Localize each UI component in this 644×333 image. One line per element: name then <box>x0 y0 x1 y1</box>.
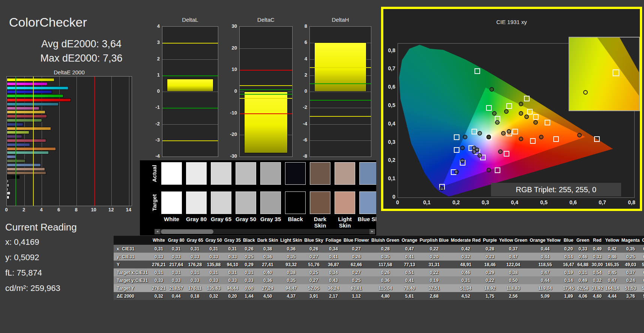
table-cell: 32,51 <box>419 284 450 292</box>
swatch-scroll-left-button[interactable]: ◄ <box>155 229 160 234</box>
table-cell: 62,58 <box>575 284 591 292</box>
table-cell: 0,33 <box>167 253 186 261</box>
actual-swatch-gray-80[interactable] <box>186 162 207 185</box>
table-cell: 0,33 <box>204 253 223 261</box>
deltaC-ref-green <box>240 94 292 95</box>
table-cell: 0,28 <box>370 245 401 253</box>
actual-swatch-blue-sky[interactable] <box>359 162 376 185</box>
table-cell: 0,31 <box>204 245 223 253</box>
table-cell: 51,86 <box>641 284 644 292</box>
actual-swatch-gray-35[interactable] <box>260 162 281 185</box>
table-cell: 0,38 <box>279 268 303 276</box>
table-cell: 0,19 <box>419 276 450 284</box>
deltaH-tick-label: -2 <box>294 104 307 110</box>
table-cell: 0,31 <box>167 245 186 253</box>
deltaH-ref-yellow <box>310 116 371 117</box>
table-cell: 27,41 <box>256 261 279 268</box>
cie-measured-marker <box>460 146 465 150</box>
deltaL-ref-yellow <box>162 140 218 141</box>
deltae-axis-label: 4 <box>37 207 46 212</box>
table-cell: 0,25 <box>342 276 370 284</box>
table-cell: 1,89 <box>562 292 575 300</box>
swatch-scroll-right-button[interactable]: ► <box>369 229 375 234</box>
actual-swatch-light-skin[interactable] <box>335 162 355 185</box>
cie-y-tick-label: 0,8 <box>385 47 395 53</box>
table-cell: 0,22 <box>641 245 644 253</box>
deltae-axis-label: 12 <box>107 207 116 212</box>
table-cell: 0,26 <box>303 245 324 253</box>
table-cell: 64,88 <box>575 261 591 268</box>
target-swatch-gray-35[interactable] <box>260 191 281 214</box>
deltaL-tick-label: 2 <box>147 56 160 62</box>
table-column-header: Yellow Green <box>498 236 528 245</box>
table-cell: 0,31 <box>575 268 591 276</box>
deltaL-tick-label: 1 <box>147 72 160 78</box>
table-cell: 2,17 <box>324 292 342 300</box>
table-cell: 0,47 <box>498 253 528 261</box>
table-cell: 0,33 <box>186 276 204 284</box>
reading-value: x: 0,4169 <box>5 237 60 247</box>
table-row-label: Y <box>114 261 151 268</box>
deltaH-tick-label: 4 <box>294 56 307 62</box>
target-swatch-black[interactable] <box>285 191 306 214</box>
deltae-axis-label: 10 <box>89 207 98 212</box>
actual-swatch-gray-65[interactable] <box>211 162 231 185</box>
target-swatch-gray-80[interactable] <box>186 191 207 214</box>
table-cell: 135,88 <box>204 261 223 268</box>
deltaH-tick-label: 6 <box>294 39 307 45</box>
cie-x-tick-label: 0,3 <box>480 199 491 205</box>
table-cell: 0,31 <box>223 245 242 253</box>
actual-swatch-dark-skin[interactable] <box>310 162 330 185</box>
table-row: ΔE 20000,320,440,180,320,201,444,504,373… <box>114 292 644 300</box>
table-cell: 0,27 <box>641 253 644 261</box>
table-cell: 118,55 <box>528 261 561 268</box>
deltaL-tick-label: -2 <box>147 121 160 127</box>
target-swatch-gray-50[interactable] <box>236 191 256 214</box>
table-cell: 0,33 <box>575 245 591 253</box>
table-cell: 0,34 <box>324 268 342 276</box>
deltaL-value-bar <box>167 79 213 92</box>
deltae-bar-black <box>7 175 20 179</box>
inset-target-marker <box>612 69 619 76</box>
table-cell: 0,50 <box>498 276 528 284</box>
deltae-gridline <box>111 77 112 206</box>
deltal-chart-title: DeltaL <box>155 17 226 23</box>
actual-swatch-gray-50[interactable] <box>236 162 256 185</box>
table-cell: 4,52 <box>450 292 482 300</box>
swatch-scrollbar-thumb[interactable] <box>161 229 213 234</box>
target-swatch-dark-skin[interactable] <box>310 191 330 214</box>
cie-zoom-inset <box>569 37 640 111</box>
table-cell: 0,22 <box>482 276 498 284</box>
table-cell: 0,32 <box>450 253 482 261</box>
deltae-bar-bluish-green <box>7 151 49 154</box>
table-cell: 0,33 <box>242 276 256 284</box>
table-cell: 117,58 <box>370 261 401 268</box>
deltah-chart-title: DeltaH <box>306 17 375 23</box>
swatch-label: Gray 80 <box>184 216 209 222</box>
table-cell: 0,35 <box>620 245 641 253</box>
target-swatch-gray-65[interactable] <box>211 191 231 214</box>
table-cell: 36,87 <box>324 261 342 268</box>
table-cell: 0,37 <box>620 268 641 276</box>
table-column-header: Black <box>242 236 256 245</box>
actual-swatch-black[interactable] <box>285 162 306 185</box>
target-swatch-blue-sky[interactable] <box>359 191 376 214</box>
table-cell: 176,11 <box>186 284 204 292</box>
target-swatch-white[interactable] <box>161 191 182 214</box>
table-cell: 122,04 <box>498 261 528 268</box>
deltaC-tick-label: -30 <box>224 153 237 159</box>
deltac-bar-chart <box>239 26 293 157</box>
table-cell: 0,36 <box>279 245 303 253</box>
table-cell: 0,35 <box>279 253 303 261</box>
table-column-header: White <box>151 236 167 245</box>
deltaH-gridline <box>310 108 371 108</box>
table-cell: 0,19 <box>562 268 575 276</box>
table-cell: 0,36 <box>256 253 279 261</box>
table-cell: 0,20 <box>419 253 450 261</box>
table-cell: 94,10 <box>223 261 242 268</box>
deltaH-tick-label: -8 <box>294 153 307 159</box>
actual-swatch-white[interactable] <box>161 162 182 185</box>
table-cell: 0,24 <box>620 276 641 284</box>
target-swatch-light-skin[interactable] <box>335 191 355 214</box>
cie-measured-marker <box>454 170 459 174</box>
